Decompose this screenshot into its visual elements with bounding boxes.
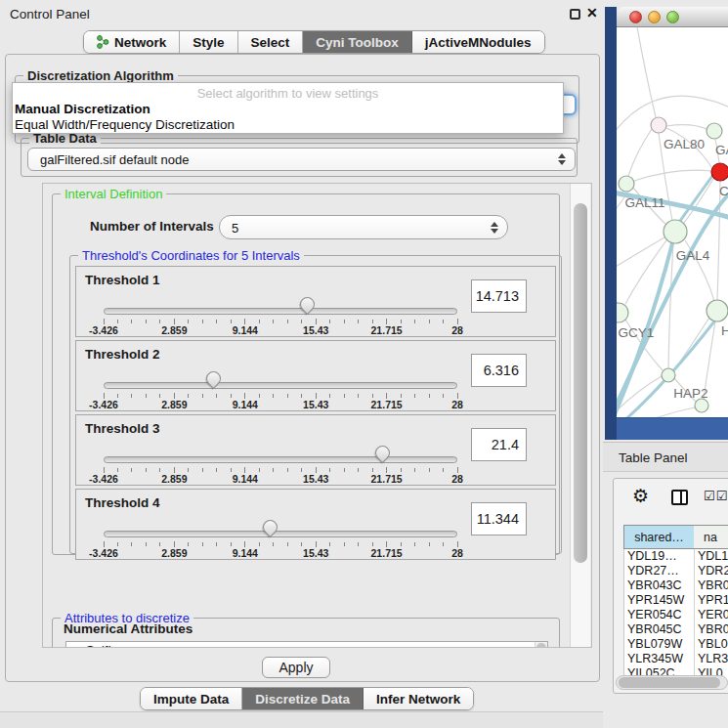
tick-mark [443,542,444,546]
tick-mark [429,468,430,472]
threshold-value-field[interactable]: 11.344 [471,502,527,535]
threshold-value-field[interactable]: 21.4 [471,428,527,461]
network-node[interactable] [664,220,687,243]
tick-mark [159,320,160,323]
table-data-combo-value: galFiltered.sif default node [40,152,189,167]
tick-label: 9.144 [233,473,258,485]
tab-jactivemnodules[interactable]: jActiveMNodules [412,31,544,53]
network-node[interactable] [711,163,728,181]
tick-mark [414,320,415,323]
tick-mark [401,468,402,472]
network-window-frame [605,7,617,440]
traffic-light-close-button[interactable] [629,11,642,23]
algorithm-option[interactable]: Equal Width/Frequency Discretization [15,117,235,132]
network-node[interactable] [617,303,628,322]
tick-mark [443,468,444,472]
column-header-shared-name[interactable]: shared… [623,525,695,549]
network-node[interactable] [651,117,666,133]
interval-definition-label: Interval Definition [61,187,166,201]
tick-mark [259,542,260,546]
threshold-label: Threshold 4 [85,495,160,510]
threshold-label: Threshold 2 [85,347,160,362]
table-row[interactable]: YLR345WYLR3 [624,652,728,666]
tab-impute-data[interactable]: Impute Data [141,688,242,709]
close-icon[interactable]: ✕ [586,5,598,21]
threshold-value-field[interactable]: 6.316 [471,354,527,387]
checkbox-columns-icon[interactable]: ☑☑ [704,489,728,503]
split-columns-icon[interactable] [671,490,688,505]
tab-label: jActiveMNodules [425,35,532,50]
tick-mark [429,542,430,546]
tab-network[interactable]: Network [84,31,180,53]
tick-mark [216,320,217,323]
threshold-slider-track[interactable] [104,531,457,537]
apply-button[interactable]: Apply [262,657,330,678]
tick-mark [131,542,132,546]
tab-discretize-data[interactable]: Discretize Data [242,688,364,709]
list-scrollbar[interactable] [535,642,547,648]
network-node[interactable] [707,123,722,139]
tick-mark [159,394,160,398]
table-row[interactable]: YER054CYER0 [624,608,728,622]
gear-icon[interactable]: ⚙ [632,485,649,507]
network-node[interactable] [662,368,675,382]
tick-mark [159,542,160,546]
stepper-arrows-icon[interactable] [558,153,566,165]
algorithm-option[interactable]: Manual Discretization [15,102,150,116]
traffic-light-zoom-button[interactable] [666,11,679,23]
tab-label: Cyni Toolbox [316,35,399,50]
tick-label: 28 [451,399,463,410]
table-panel-title: Table Panel [619,450,688,465]
table-row[interactable]: YPR145WYPR1 [624,593,728,608]
attribute-item[interactable]: SelfLoops [66,642,547,648]
column-header-name[interactable]: na [694,525,728,549]
vertical-scrollbar-thumb[interactable] [574,203,587,563]
table-row[interactable]: YDR27…YDR2 [624,564,728,578]
traffic-light-minimize-button[interactable] [648,11,661,23]
network-node[interactable] [619,176,634,192]
stepper-arrows-icon[interactable] [491,222,498,234]
table-row[interactable]: YBR043CYBR0 [624,578,728,593]
network-window-titlebar[interactable] [617,7,728,27]
table-panel-titlebar: Table Panel [603,442,728,472]
threshold-slider-track[interactable] [104,456,457,463]
vertical-scrollbar[interactable] [570,184,590,647]
table-panel: ⚙ ☑☑ shared… na YDL19…YDL1YDR27…YDR2YBR0… [613,478,728,694]
numerical-attributes-list[interactable]: SelfLoopsTopologicalCoefficientBetweenne… [65,641,548,648]
tick-mark [301,320,302,323]
table-row[interactable]: YBR045CYBR0 [624,622,728,637]
numerical-attributes-label: Numerical Attributes [64,621,193,636]
horizontal-scrollbar-thumb[interactable] [619,677,720,688]
thresholds-group: Threshold's Coordinates for 5 Intervals … [69,255,562,554]
threshold-value-field[interactable]: 14.713 [471,279,527,313]
interval-definition-group: Interval Definition Number of Intervals … [52,193,560,555]
table-row[interactable]: YBL079WYBL0 [624,637,728,652]
tab-infer-network[interactable]: Infer Network [364,688,473,709]
tick-mark [273,542,274,546]
tab-cyni-toolbox[interactable]: Cyni Toolbox [303,31,412,53]
number-of-intervals-combo[interactable]: 5 [219,215,508,239]
network-node[interactable] [695,399,708,412]
tick-mark [358,542,359,546]
network-node[interactable] [707,300,728,321]
network-edge-thick [676,176,712,227]
horizontal-scrollbar[interactable] [616,675,728,690]
tick-mark [131,394,132,398]
tick-mark [414,394,415,398]
table-row[interactable]: YDL19…YDL1 [624,549,728,564]
tab-style[interactable]: Style [180,31,237,53]
threshold-slider-track[interactable] [104,382,457,389]
tab-label: Discretize Data [255,692,350,707]
network-node-label: GAL11 [624,195,664,210]
table-data-combo[interactable]: galFiltered.sif default node [27,148,576,171]
cell-name: YBL0 [695,637,728,652]
tick-mark [202,394,203,398]
threshold-panel: Threshold 1-3.4262.8599.14415.4321.71528… [75,266,556,337]
network-canvas[interactable]: GAL80GACGAL11GAL4GCY1HHAP2 [617,27,728,417]
tick-mark [188,468,189,472]
tick-mark [344,542,345,546]
float-window-icon[interactable] [570,9,580,20]
list-scrollbar-thumb[interactable] [536,643,546,648]
threshold-slider-track[interactable] [104,308,457,315]
tab-select[interactable]: Select [238,31,304,53]
